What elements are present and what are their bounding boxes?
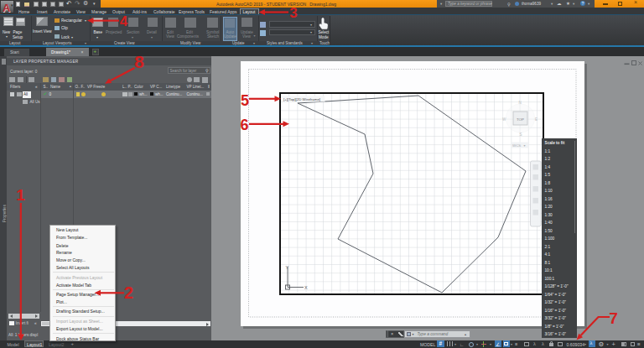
svg-text:8: 8 bbox=[134, 52, 144, 71]
svg-text:4: 4 bbox=[120, 13, 128, 29]
svg-text:5: 5 bbox=[241, 92, 249, 109]
svg-text:3: 3 bbox=[289, 5, 297, 21]
svg-text:2: 2 bbox=[124, 283, 133, 302]
svg-text:6: 6 bbox=[240, 117, 248, 133]
svg-text:1: 1 bbox=[16, 186, 25, 204]
svg-text:7: 7 bbox=[609, 309, 618, 327]
